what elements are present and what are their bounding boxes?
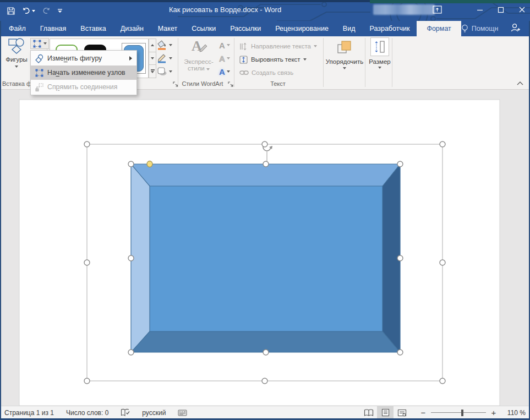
tab-review[interactable]: Рецензирование [268,21,336,36]
shape-handle-n[interactable] [263,161,269,167]
zoom-in-button[interactable]: + [488,408,499,417]
tab-view[interactable]: Вид [336,21,363,36]
shape-handle-ne[interactable] [397,161,403,167]
zoom-control: − + [418,408,499,417]
canvas-handle-w[interactable] [84,260,90,265]
shape-handle-s[interactable] [263,350,269,355]
gallery-scroll-down-button[interactable] [149,52,156,66]
shape-fill-button[interactable] [157,40,172,51]
shapes-label: Фигуры [6,56,28,63]
menu-item-edit-points[interactable]: Начать изменение узлов [31,66,136,80]
help-assistant-button[interactable]: Помощн [461,24,499,33]
tab-insert[interactable]: Вставка [73,21,113,36]
shape-handle-w[interactable] [128,255,134,261]
shape-handle-sw[interactable] [128,350,134,355]
minimize-button[interactable] [477,6,483,15]
shape-handle-e[interactable] [397,255,403,261]
window-border-left [0,21,1,420]
customize-qat-button[interactable] [57,8,63,14]
canvas-handle-e[interactable] [440,260,445,265]
maximize-button[interactable] [498,6,504,15]
canvas-handle-ne[interactable] [440,141,445,147]
align-text-caret-icon [303,58,307,61]
shape-effects-button[interactable] [157,66,172,77]
shape-outline-button[interactable] [157,53,172,64]
close-button[interactable] [518,6,526,15]
ribbon-tab-bar: Файл Главная Вставка Дизайн Макет Ссылки… [0,21,530,36]
undo-button[interactable] [22,7,35,15]
gallery-more-button[interactable] [149,65,156,78]
shapes-button[interactable]: Фигуры [3,37,30,80]
tab-references[interactable]: Ссылки [184,21,223,36]
align-text-button[interactable]: Выровнять текст [239,54,307,64]
arrange-label: Упорядочить [326,58,363,66]
canvas-handle-n[interactable] [262,141,267,147]
quick-styles-button[interactable]: A Экспресс- стили [182,37,216,80]
tab-file[interactable]: Файл [2,21,33,36]
wordart-dialog-launcher[interactable] [227,80,234,86]
text-outline-button[interactable]: А [219,53,230,64]
shapes-icon [8,37,25,54]
tab-layout[interactable]: Макет [151,21,184,36]
scroll-down-icon [151,57,154,59]
size-icon-frame [370,37,389,56]
zoom-slider-thumb[interactable] [461,410,463,416]
zoom-slider[interactable] [431,412,486,413]
redacted-username [373,4,435,15]
language-indicator[interactable]: русский [142,409,166,417]
gallery-scroll-up-button[interactable] [149,39,156,52]
menu-item-label: Изменить фигуру [47,54,102,62]
save-button[interactable] [7,7,15,15]
canvas-handle-se[interactable] [440,378,445,384]
page-indicator[interactable]: Страница 1 из 1 [4,409,54,417]
read-mode-button[interactable] [360,406,377,419]
print-layout-button[interactable] [377,406,394,419]
collapse-ribbon-button[interactable] [515,79,525,87]
zoom-out-button[interactable]: − [418,408,429,417]
tab-mailings[interactable]: Рассылки [223,21,268,36]
help-label: Помощн [472,25,499,32]
text-fill-button[interactable]: А [219,40,230,51]
proofing-status-button[interactable] [121,408,130,417]
text-effects-button[interactable]: А [219,66,230,77]
shape-handle-se[interactable] [397,350,403,355]
web-layout-button[interactable] [394,406,410,419]
minimize-icon [477,7,483,13]
text-effects-caret-icon [227,70,230,73]
keyboard-icon [178,409,187,417]
tab-home[interactable]: Главная [33,21,74,36]
canvas-handle-sw[interactable] [84,378,90,384]
menu-item-reroute-connectors[interactable]: Спрямить соединения [31,80,136,94]
wordart-group-label: Стили WordArt [181,80,225,87]
bevel-bottom-face [131,331,400,352]
shape-adjust-handle[interactable] [147,161,152,167]
tab-design[interactable]: Дизайн [113,21,151,36]
redo-button[interactable] [42,7,51,15]
chevron-up-icon [517,81,523,85]
arrange-button[interactable]: Упорядочить [326,37,363,80]
edit-shape-caret-icon [43,42,47,45]
word-count[interactable]: Число слов: 0 [66,409,108,417]
canvas-handle-s[interactable] [262,378,267,384]
edit-shape-dropdown-menu: Изменить фигуру Начать изменение узлов С… [30,50,137,95]
keyboard-layout-button[interactable] [178,409,187,417]
edit-shape-button[interactable] [30,38,49,49]
zoom-percentage[interactable]: 110 % [499,409,526,417]
menu-item-change-shape[interactable]: Изменить фигуру [31,51,136,66]
window-controls [477,3,526,18]
print-layout-icon [381,408,390,417]
text-direction-button[interactable]: Направление текста [239,41,317,51]
tab-format[interactable]: Формат [417,21,461,36]
bevel-top-face [131,164,400,186]
ribbon-display-options-button[interactable] [433,6,442,16]
customize-qat-icon [57,8,63,14]
bevel-frame-shape[interactable] [131,164,400,352]
size-button[interactable]: Размер [367,37,392,80]
text-outline-icon: А [219,54,225,63]
canvas-handle-nw[interactable] [84,141,90,147]
quick-access-toolbar [7,4,63,18]
shape-handle-nw[interactable] [128,161,134,167]
create-link-button[interactable]: Создать связь [239,68,293,78]
tab-developer[interactable]: Разработчик [362,21,417,36]
share-button[interactable] [510,23,521,34]
